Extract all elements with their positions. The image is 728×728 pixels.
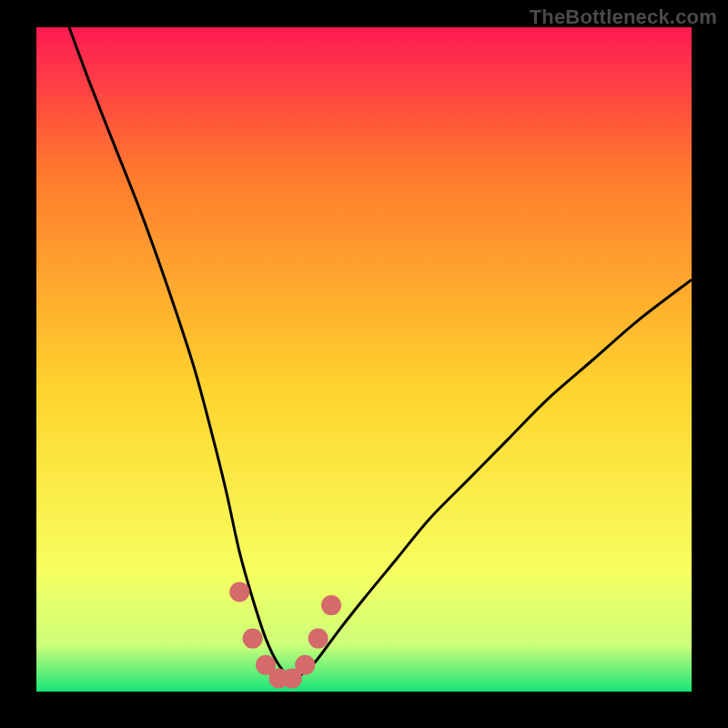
highlight-dot (243, 629, 263, 649)
plot-area (36, 27, 692, 692)
highlight-dot (321, 595, 341, 615)
highlight-dot (308, 629, 329, 649)
highlight-dot (229, 582, 249, 602)
chart-svg (36, 27, 692, 692)
chart-frame: TheBottleneck.com (0, 0, 728, 728)
watermark-text: TheBottleneck.com (530, 5, 717, 29)
highlight-dot (295, 655, 315, 675)
